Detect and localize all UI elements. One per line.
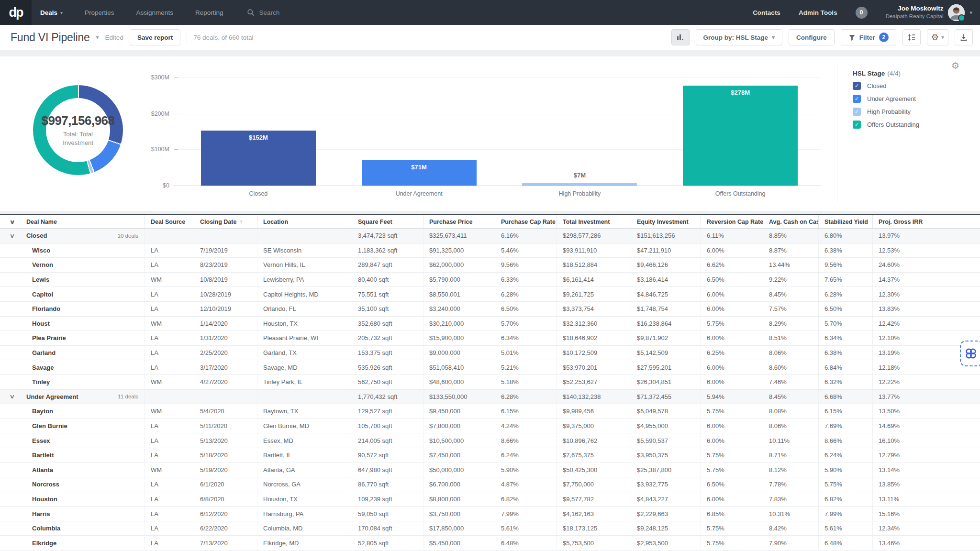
cell-value: 5.46% — [501, 247, 519, 254]
cell: LA — [145, 243, 194, 258]
settings-button[interactable]: ⚙ ▾ — [927, 29, 948, 45]
legend-item-closed: ✓Closed — [853, 82, 919, 90]
table-row-glen-burnie[interactable]: Glen BurnieLA5/11/2020Glen Burnie, MD105… — [0, 419, 980, 434]
deal-name: Plea Prairie — [32, 334, 66, 342]
cell: 35,100 sqft — [352, 302, 423, 316]
nav-item-assignments[interactable]: Assignments — [136, 9, 173, 16]
collapse-all-chevron-icon[interactable]: ∨ — [9, 218, 15, 225]
cell-value: 8.06% — [769, 349, 787, 356]
notifications-badge[interactable]: 0 — [856, 7, 868, 19]
column-header-deal-source[interactable]: Deal Source — [145, 215, 194, 228]
configure-button[interactable]: Configure — [789, 29, 835, 45]
search-input[interactable]: Search — [247, 9, 279, 16]
chart-toggle-button[interactable] — [671, 29, 690, 45]
nav-item-admin-tools[interactable]: Admin Tools — [799, 9, 837, 16]
nav-item-properties[interactable]: Properties — [85, 9, 114, 16]
cell: WM — [145, 273, 194, 287]
cell: 5.75% — [701, 536, 763, 550]
column-header-location[interactable]: Location — [257, 215, 352, 228]
table-row-vernon[interactable]: VernonLA8/23/2019Vernon Hills, IL289,847… — [0, 258, 980, 273]
table-row-columbia[interactable]: ColumbiaLA6/22/2020Columbia, MD170,084 s… — [0, 521, 980, 536]
checkbox-offers-outstanding[interactable]: ✓ — [853, 121, 861, 129]
column-header-avg-cash-on-cash[interactable]: Avg. Cash on Cash — [763, 215, 818, 228]
table-row-lewis[interactable]: LewisWM10/8/2019Lewisberry, PA80,400 sqf… — [0, 273, 980, 287]
group-by-button[interactable]: Group by: HSL Stage ▾ — [696, 29, 783, 45]
chevron-down-icon: ▾ — [969, 10, 972, 16]
cell-value: Norcross, GA — [263, 481, 301, 488]
cell: 8.87% — [763, 243, 818, 258]
bar-slot-offers-outstanding: $278M — [660, 77, 821, 186]
column-header-stabilized-yield[interactable]: Stabilized Yield — [818, 215, 872, 228]
table-row-essex[interactable]: EssexLA5/13/2020Essex, MD214,005 sqft$10… — [0, 433, 980, 448]
dealpath-logo[interactable]: dp — [0, 0, 32, 25]
legend-gear-icon[interactable]: ⚙ — [951, 61, 959, 70]
table-row-atlanta[interactable]: AtlantaWM5/19/2020Atlanta, GA647,980 sqf… — [0, 463, 980, 478]
table-row-plea-prairie[interactable]: Plea PrairieLA1/31/2020Pleasant Prairie,… — [0, 331, 980, 346]
cell-value: $2,229,663 — [637, 510, 668, 518]
cell: 12.18% — [872, 360, 927, 375]
table-row-norcross[interactable]: NorcrossLA6/1/2020Norcross, GA86,770 sqf… — [0, 477, 980, 492]
table-row-wisco[interactable]: WiscoLA7/19/2019SE Wisconsin1,183,362 sq… — [0, 243, 980, 258]
cell: 10.11% — [763, 433, 818, 448]
column-header-reversion-cap-rate[interactable]: Reversion Cap Rate — [701, 215, 763, 228]
nav-item-reporting[interactable]: Reporting — [195, 9, 223, 16]
cell: 4.24% — [495, 419, 557, 433]
cell-value: $10,172,509 — [563, 349, 597, 356]
column-header-proj-gross-irr[interactable]: Proj. Gross IRR — [872, 215, 927, 228]
nav-item-deals[interactable]: Deals▾ — [40, 9, 63, 16]
bar-category-text: Closed — [249, 190, 267, 197]
help-widget-button[interactable] — [960, 341, 980, 366]
column-header-deal-name[interactable]: ∨Deal Name — [0, 215, 145, 228]
column-header-purchase-cap-rate[interactable]: Purchase Cap Rate — [495, 215, 557, 228]
table-row-garland[interactable]: GarlandLA2/25/2020Garland, TX153,375 sqf… — [0, 346, 980, 361]
cell-value: 5.61% — [824, 525, 842, 532]
table-row-florlando[interactable]: FlorlandoLA12/10/2019Orlando, FL35,100 s… — [0, 302, 980, 317]
cell: 10.31% — [763, 507, 818, 521]
table-row-elkridge[interactable]: ElkridgeLA7/13/2020Elkridge, MD52,805 sq… — [0, 536, 980, 551]
table-row-harris[interactable]: HarrisLA6/12/2020Harrisburg, PA59,050 sq… — [0, 507, 980, 521]
filter-button[interactable]: Filter 2 — [841, 29, 896, 45]
column-header-total-investment[interactable]: Total Investment — [557, 215, 631, 228]
table-row-capitol[interactable]: CapitolLA10/28/2019Capitol Heights, MD75… — [0, 287, 980, 302]
cell-value: WM — [151, 466, 162, 474]
checkbox-under-agreement[interactable]: ✓ — [853, 95, 861, 103]
cell: 6.28% — [495, 287, 557, 301]
cell: 5.70% — [818, 317, 872, 331]
group-chevron-icon[interactable]: ∨ — [9, 232, 15, 239]
group-agg-value: 6.68% — [824, 393, 842, 400]
group-row-under-agreement[interactable]: ∨Under Agreement11 deals1,770,432 sqft$1… — [0, 390, 980, 405]
cell-value: Capitol Heights, MD — [263, 291, 319, 298]
group-agg-value: 6.11% — [707, 232, 724, 239]
checkbox-closed[interactable]: ✓ — [853, 82, 861, 90]
bar-category-label: Closed — [178, 190, 339, 197]
column-header-closing-date[interactable]: Closing Date↑ — [194, 215, 257, 228]
column-header-equity-investment[interactable]: Equity Investment — [631, 215, 701, 228]
checkbox-high-probability[interactable]: ✓ — [853, 108, 861, 116]
table-row-houston[interactable]: HoustonLA6/8/2020Houston, TX109,239 sqft… — [0, 492, 980, 507]
title-chevron-icon[interactable]: ▾ — [96, 34, 99, 41]
bar-closed: $152M — [201, 131, 316, 186]
table-row-bayton[interactable]: BaytonWM5/4/2020Baytown, TX129,527 sqft$… — [0, 404, 980, 419]
cell: $4,162,163 — [557, 507, 631, 521]
cell: LA — [145, 331, 194, 345]
nav-item-contacts[interactable]: Contacts — [753, 9, 780, 16]
save-report-button[interactable]: Save report — [130, 29, 180, 45]
table-row-houst[interactable]: HoustWM1/14/2020Houston, TX352,680 sqft$… — [0, 317, 980, 331]
table-row-bartlett[interactable]: BartlettLA5/18/2020Bartlett, IL90,572 sq… — [0, 448, 980, 463]
group-cell — [145, 390, 194, 404]
nav-item-label: Reporting — [195, 9, 223, 16]
legend-item-offers-outstanding: ✓Offers Outstanding — [853, 121, 919, 129]
column-header-label: Stabilized Yield — [824, 219, 868, 225]
cell: LA — [145, 448, 194, 463]
export-button[interactable] — [955, 29, 973, 45]
group-agg-value: $151,613,256 — [637, 232, 675, 239]
group-row-closed[interactable]: ∨Closed10 deals3,474,723 sqft$325,673,41… — [0, 229, 980, 243]
user-menu[interactable]: Joe Moskowitz Dealpath Realty Capital ▾ — [886, 4, 972, 21]
row-height-button[interactable] — [902, 29, 921, 45]
column-header-purchase-price[interactable]: Purchase Price — [423, 215, 495, 228]
column-header-square-feet[interactable]: Square Feet — [352, 215, 423, 228]
table-row-tinley[interactable]: TinleyWM4/27/2020Tinley Park, IL562,750 … — [0, 375, 980, 390]
group-chevron-icon[interactable]: ∨ — [9, 393, 15, 400]
table-row-savage[interactable]: SavageLA3/17/2020Savage, MD535,926 sqft$… — [0, 360, 980, 375]
cell-value: 6.85% — [707, 510, 724, 518]
